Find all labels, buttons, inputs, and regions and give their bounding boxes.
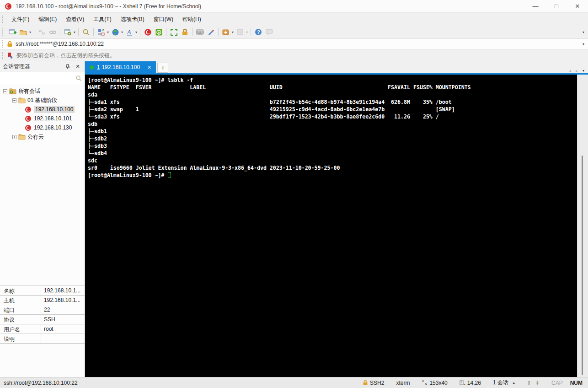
status-terminal-type[interactable]: xterm: [396, 380, 410, 386]
new-file-transfer-button[interactable]: [220, 27, 231, 38]
session-search-box[interactable]: [0, 72, 85, 84]
sidebar-empty-space: [0, 143, 85, 286]
menu-tabs[interactable]: 选项卡(B): [116, 14, 149, 25]
menu-help[interactable]: 帮助(H): [178, 14, 206, 25]
tree-item-session-130[interactable]: 192.168.10.130: [0, 123, 85, 132]
folder-icon: [18, 134, 26, 140]
tree-item-folder-01[interactable]: − 01 基础阶段: [0, 96, 85, 105]
scroll-up-icon[interactable]: ⬆: [527, 380, 531, 386]
menubar-grip[interactable]: [2, 16, 4, 23]
toolbar-separator: [60, 28, 60, 36]
menu-view[interactable]: 查看(V): [61, 14, 89, 25]
menu-bar: 文件(F) 编辑(E) 查看(V) 工具(T) 选项卡(B) 窗口(W) 帮助(…: [0, 13, 588, 26]
tab-label: 192.168.10.100: [102, 64, 140, 70]
addressbar-grip[interactable]: [2, 40, 4, 48]
session-properties-dropdown[interactable]: ▾: [74, 30, 75, 34]
minimize-button[interactable]: —: [525, 0, 546, 12]
tree-item-all-sessions[interactable]: − 所有会话: [0, 86, 85, 96]
web-dropdown[interactable]: ▾: [121, 30, 123, 34]
tab-session-100[interactable]: 1 192.168.10.100 ✕: [85, 61, 156, 73]
chat-bubble-icon: [266, 29, 273, 35]
status-screen-size: 153x40: [422, 380, 447, 386]
address-bar: ssh://root:******@192.168.10.100:22 ▾: [0, 38, 588, 49]
addressbar-dropdown[interactable]: ▾: [583, 42, 584, 46]
infobar-grip[interactable]: [2, 52, 4, 59]
font-button[interactable]: A: [124, 27, 135, 38]
tree-item-session-100[interactable]: 192.168.10.100: [0, 105, 85, 114]
table-row: 端口 22: [0, 305, 85, 315]
close-button[interactable]: ✕: [567, 0, 588, 12]
tab-scroll-left-icon[interactable]: ◂: [569, 68, 571, 73]
open-session-button[interactable]: [18, 27, 29, 38]
matrix-view-dropdown[interactable]: ▾: [246, 30, 248, 34]
terminal-screen[interactable]: [root@AlmaLinux9-100 ~]# lsblk -f NAME F…: [85, 75, 577, 377]
help-button[interactable]: ?: [253, 27, 264, 38]
lock-screen-button[interactable]: [179, 27, 190, 38]
layout-dropdown[interactable]: ▾: [107, 30, 109, 34]
tree-item-session-101[interactable]: 192.168.10.101: [0, 114, 85, 123]
folder-icon: [18, 97, 26, 103]
xftp-icon: [155, 28, 163, 36]
caps-lock-indicator: CAP: [551, 380, 563, 386]
disconnect-button[interactable]: [36, 27, 47, 38]
session-tree: − 所有会话 − 01 基础阶段 192.168.10.100 192.168.…: [0, 84, 85, 143]
highlight-pen-button[interactable]: [205, 27, 216, 38]
fullscreen-button[interactable]: [168, 27, 179, 38]
status-session-count[interactable]: 1 会话 ▴: [493, 379, 515, 387]
tab-close-icon[interactable]: ✕: [147, 65, 151, 70]
toolbar: ▾ ▾ ▾ ▾ A ▾: [0, 26, 588, 38]
search-icon: [82, 28, 90, 36]
feedback-button[interactable]: [264, 27, 275, 38]
find-button[interactable]: [80, 27, 91, 38]
info-bar: 要添加当前会话，点击左侧的箭头按钮。: [0, 49, 588, 61]
open-folder-icon: [20, 29, 27, 36]
launch-xftp-button[interactable]: [153, 27, 164, 38]
toolbar-separator: [192, 28, 192, 36]
new-session-button[interactable]: [7, 27, 18, 38]
maximize-button[interactable]: □: [546, 0, 567, 12]
status-encryption: SSH2: [363, 380, 384, 386]
reconnect-button[interactable]: [47, 27, 58, 38]
toolbar-separator: [166, 28, 166, 36]
xshell-icon: [144, 28, 152, 36]
menu-tools[interactable]: 工具(T): [89, 14, 116, 25]
new-file-transfer-dropdown[interactable]: ▾: [232, 30, 234, 34]
connected-status-dot: [90, 65, 94, 70]
expand-icon[interactable]: +: [12, 135, 16, 139]
launch-xshell-button[interactable]: [142, 27, 153, 38]
table-row: 主机 192.168.10.1...: [0, 296, 85, 305]
menu-window[interactable]: 窗口(W): [149, 14, 178, 25]
toolbar-overflow-dropdown[interactable]: ▾: [583, 30, 584, 34]
toolbar-grip[interactable]: [2, 28, 4, 36]
collapse-icon[interactable]: −: [12, 98, 16, 102]
grid-icon: [236, 28, 244, 36]
terminal-scrollbar[interactable]: [577, 75, 588, 377]
close-panel-icon[interactable]: ✕: [74, 64, 82, 70]
virtual-keyboard-button[interactable]: [194, 27, 205, 38]
session-properties-button[interactable]: [62, 27, 73, 38]
title-bar: 192.168.10.100 - root@AlmaLinux9-100:~ -…: [0, 0, 588, 13]
pin-panel-icon[interactable]: [65, 64, 74, 70]
session-manager-title: 会话管理器: [3, 63, 65, 70]
compose-layout-button[interactable]: [96, 27, 107, 38]
scroll-down-icon[interactable]: ⬇: [535, 380, 540, 386]
scrollbar-thumb[interactable]: [582, 156, 583, 375]
web-button[interactable]: [110, 27, 121, 38]
new-tab-button[interactable]: +: [157, 63, 168, 73]
tree-item-folder-public-cloud[interactable]: + 公有云: [0, 132, 85, 141]
session-search-input[interactable]: [3, 75, 75, 81]
font-dropdown[interactable]: ▾: [135, 30, 137, 34]
pen-icon: [207, 28, 214, 36]
tab-scroll-right-icon[interactable]: ▸: [576, 68, 578, 73]
menu-file[interactable]: 文件(F): [7, 14, 34, 25]
menu-edit[interactable]: 编辑(E): [34, 14, 61, 25]
open-session-dropdown[interactable]: ▾: [29, 30, 31, 34]
matrix-view-button[interactable]: [235, 27, 246, 38]
toolbar-separator: [34, 28, 34, 36]
svg-text:?: ?: [257, 30, 260, 35]
collapse-icon[interactable]: −: [3, 89, 7, 93]
layout-icon: [97, 28, 105, 36]
address-url-input[interactable]: ssh://root:******@192.168.10.100:22: [16, 41, 583, 47]
session-list-caret-icon[interactable]: ▴: [513, 381, 515, 385]
tab-list-dropdown[interactable]: ▾: [583, 69, 584, 73]
